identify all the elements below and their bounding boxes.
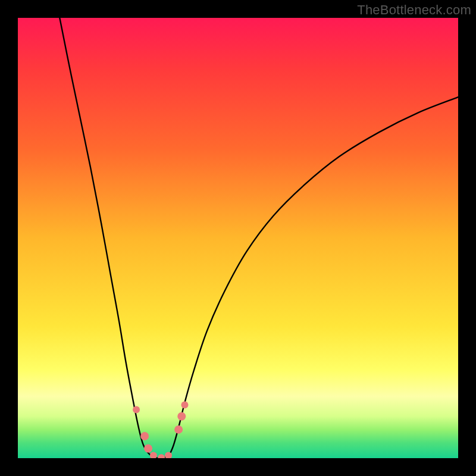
chart-frame: TheBottleneck.com: [0, 0, 476, 476]
curve-marker: [177, 412, 186, 421]
curve-marker: [181, 401, 188, 408]
chart-svg: [18, 18, 458, 458]
curve-marker: [174, 425, 183, 434]
plot-area: [18, 18, 458, 458]
curve-marker: [144, 444, 152, 453]
curve-marker: [133, 406, 140, 414]
gradient-background: [18, 18, 458, 458]
watermark-text: TheBottleneck.com: [357, 2, 471, 18]
curve-marker: [140, 432, 149, 440]
